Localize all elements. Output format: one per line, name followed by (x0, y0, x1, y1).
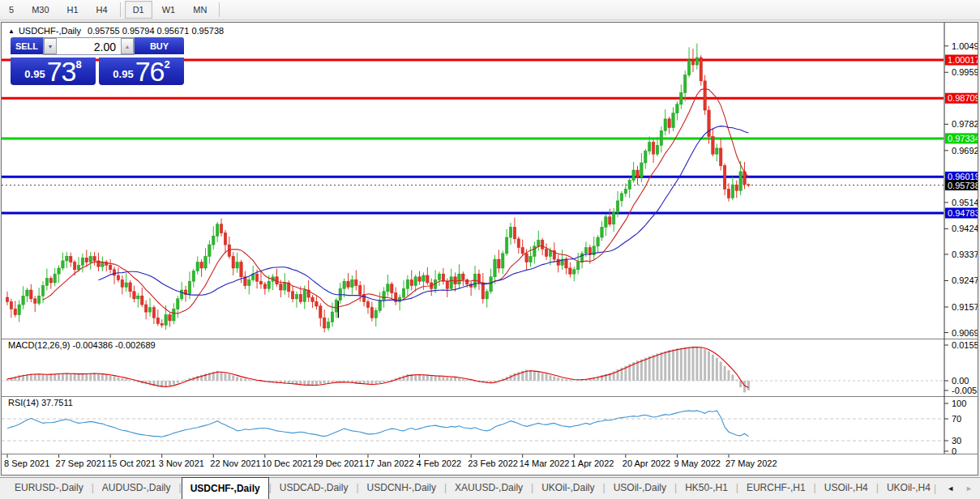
buy-button[interactable]: BUY (135, 37, 184, 55)
timeframe-button-h4[interactable]: H4 (88, 1, 116, 19)
candle (573, 270, 576, 274)
tab-xauusd--daily[interactable]: XAUUSD-,Daily (447, 478, 531, 499)
timeframe-button-h1[interactable]: H1 (59, 1, 87, 19)
candle (601, 227, 603, 237)
candle (668, 119, 670, 128)
candle (652, 143, 654, 154)
sell-button[interactable]: SELL (11, 37, 43, 55)
candle (628, 181, 631, 190)
tab-usoil--daily[interactable]: USOil-,Daily (606, 478, 674, 499)
candle (708, 110, 710, 136)
candle (723, 166, 725, 190)
time-label: 27 Sep 2021 (56, 458, 106, 468)
candle (687, 61, 690, 75)
candle (144, 305, 147, 312)
candle (640, 163, 643, 177)
price-label: 0.91570 (952, 302, 978, 312)
candle (200, 262, 203, 268)
candle (148, 308, 151, 312)
candle (121, 279, 123, 287)
tab-eurchf--h1[interactable]: EURCHF-,H1 (738, 478, 814, 499)
candle (355, 279, 357, 285)
candle (565, 259, 567, 268)
timeframe-button-w1[interactable]: W1 (154, 1, 184, 19)
time-label: 23 Feb 2022 (468, 458, 518, 468)
candle (597, 237, 599, 246)
candle (327, 322, 329, 328)
candle (248, 279, 250, 285)
candle (280, 284, 282, 290)
price-label: 0.97820 (952, 119, 978, 129)
candle (406, 279, 409, 288)
candle (152, 308, 155, 318)
volume-input[interactable]: 2.00 (57, 38, 121, 54)
candle (691, 61, 694, 65)
tab-ukoil--daily[interactable]: UKOil-,Daily (533, 478, 602, 499)
chart-canvas[interactable]: MACD(12,26,9) -0.004386 -0.002689RSI(14)… (2, 23, 978, 475)
tab-ukoil--h4[interactable]: UKOil-,H4 (879, 478, 939, 499)
sell-price-button[interactable]: 0.95 73 8 (11, 58, 96, 85)
candle (62, 261, 64, 268)
candle (315, 301, 318, 305)
timeframe-button-m30[interactable]: M30 (24, 1, 57, 19)
candle (525, 254, 528, 262)
candle (509, 227, 511, 237)
candle (58, 268, 60, 274)
timeframe-button-d1[interactable]: D1 (125, 1, 152, 19)
candle (490, 277, 492, 292)
candle (418, 277, 421, 281)
tab-usdchf--daily[interactable]: USDCHF-,Daily (182, 477, 269, 499)
tab-audusd--daily[interactable]: AUDUSD-,Daily (94, 478, 179, 499)
candle (224, 233, 226, 245)
candle (529, 257, 532, 262)
candle (14, 309, 16, 314)
toolbar-separator (120, 2, 121, 17)
tabs-scroll-left-icon[interactable]: ◄ (941, 484, 960, 493)
buy-price-button[interactable]: 0.95 76 2 (99, 58, 184, 85)
tab-usdcad--daily[interactable]: USDCAD-,Daily (272, 478, 357, 499)
candle (34, 299, 36, 303)
candle (580, 254, 583, 262)
collapse-arrow-icon[interactable]: ▲ (8, 28, 15, 35)
tab-hk50--h1[interactable]: HK50-,H1 (677, 478, 736, 499)
candle (137, 296, 139, 299)
time-label: 10 Dec 2021 (262, 458, 312, 468)
candle (160, 324, 163, 326)
candle (454, 277, 456, 284)
candle (517, 239, 520, 248)
candle (636, 170, 639, 177)
candle (169, 315, 171, 321)
one-click-trade-panel: SELL ▼ 2.00 ▲ BUY 0.95 73 8 0.95 76 2 (11, 37, 184, 85)
candle (284, 283, 286, 290)
candle (220, 224, 222, 233)
candle (347, 281, 349, 287)
candle (49, 279, 52, 283)
candle (537, 241, 540, 246)
candle (450, 277, 452, 288)
timeframe-button-5[interactable]: 5 (1, 1, 22, 19)
candle (141, 296, 143, 305)
candle (541, 241, 543, 250)
tab-usoil--h4[interactable]: USOil-,H4 (816, 478, 876, 499)
volume-increment-icon[interactable]: ▲ (121, 38, 134, 54)
candle (660, 130, 662, 145)
candle (89, 257, 92, 262)
candle (712, 137, 714, 155)
tab-usdcnh--daily[interactable]: USDCNH-,Daily (359, 478, 444, 499)
volume-decrement-icon[interactable]: ▼ (44, 38, 57, 54)
candle (30, 290, 32, 299)
candle (180, 290, 182, 299)
candle (624, 189, 627, 193)
candle (695, 58, 698, 65)
candle (66, 257, 68, 261)
candle (133, 292, 135, 299)
candle (664, 119, 666, 130)
candle (716, 148, 718, 154)
tabs-scroll-right-icon[interactable]: ► (960, 484, 978, 493)
timeframe-button-mn[interactable]: MN (185, 1, 215, 19)
tab-eurusd--daily[interactable]: EURUSD-,Daily (6, 478, 92, 499)
candle (236, 262, 238, 268)
price-label: 0.99595 (952, 67, 978, 77)
macd-axis-label: -0.005335 (952, 386, 978, 395)
candle (458, 274, 460, 284)
